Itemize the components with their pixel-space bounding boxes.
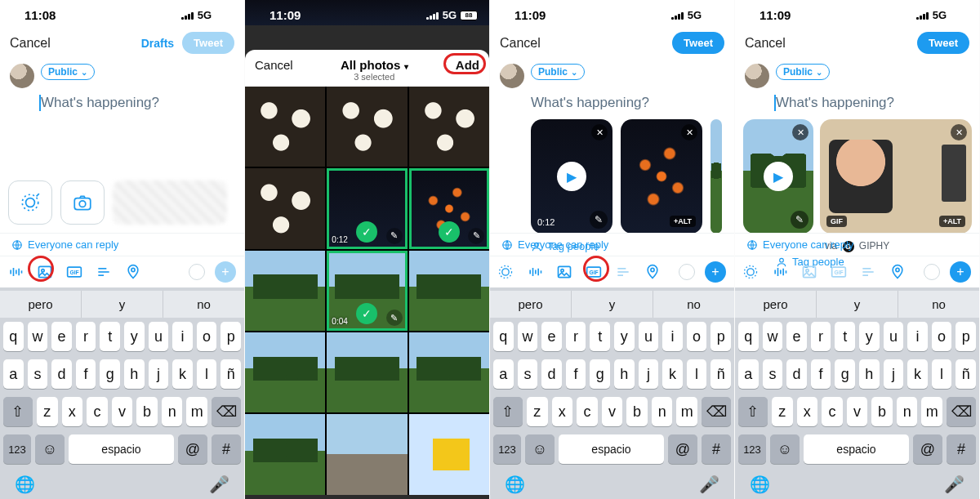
alt-badge[interactable]: +ALT [670,216,696,227]
add-thread-button[interactable]: + [215,261,236,283]
camera-button[interactable] [60,180,105,225]
mic-key[interactable]: 🎤 [209,474,229,494]
reply-settings[interactable]: Everyone can reply [28,238,118,251]
gif-icon[interactable]: GIF [585,263,603,281]
photo-cell[interactable] [245,414,325,494]
photo-cell[interactable] [327,332,407,412]
picker-cancel-button[interactable]: Cancel [255,58,293,72]
globe-key[interactable]: 🌐 [15,474,35,494]
suggestion-2[interactable]: y [82,291,163,318]
location-icon[interactable] [889,263,906,281]
suggestion-1[interactable]: pero [0,291,82,318]
photo-cell[interactable] [327,87,407,167]
numeric-key[interactable]: 123 [3,434,31,464]
poll-icon[interactable] [95,263,113,281]
remove-media-icon[interactable]: ✕ [951,124,967,140]
emoji-key[interactable]: ☺ [35,434,65,464]
key-q[interactable]: q [3,322,24,351]
photo-cell-selected[interactable]: ✓0:04✎ [327,251,407,331]
location-icon[interactable] [124,263,142,281]
hash-key[interactable]: # [212,434,241,464]
space-key[interactable]: espacio [69,434,174,464]
edit-icon[interactable]: ✎ [468,228,484,244]
tweet-button[interactable]: Tweet [917,32,969,54]
shift-key[interactable]: ⇧ [738,397,768,426]
cancel-button[interactable]: Cancel [500,36,541,51]
mic-key[interactable]: 🎤 [699,474,719,494]
avatar[interactable] [10,64,34,88]
emoji-key[interactable]: ☺ [770,434,800,464]
photo-cell[interactable] [409,414,489,494]
remove-media-icon[interactable]: ✕ [792,124,808,140]
add-thread-button[interactable]: + [950,261,971,283]
at-key[interactable]: @ [178,434,207,464]
play-icon[interactable]: ▶ [764,162,793,191]
edit-icon[interactable]: ✎ [386,310,403,326]
cancel-button[interactable]: Cancel [745,36,786,51]
alt-badge[interactable]: +ALT [939,216,965,227]
live-photo-button[interactable] [8,180,52,225]
remove-media-icon[interactable]: ✕ [591,124,608,140]
phone-compose-with-gif: 11:09 5G 88 Cancel Tweet Public⌄ What's … [735,0,980,499]
edit-icon[interactable]: ✎ [590,211,608,229]
photo-cell[interactable] [245,332,325,412]
edit-icon[interactable]: ✎ [386,228,403,244]
media-icon[interactable] [36,263,54,281]
spaces-icon[interactable] [526,263,544,281]
media-icon[interactable] [555,263,573,281]
reply-settings[interactable]: Everyone can reply [763,238,853,251]
mic-key[interactable]: 🎤 [944,474,964,494]
live-icon[interactable] [742,263,760,281]
shift-key[interactable]: ⇧ [493,397,523,426]
backspace-key[interactable]: ⌫ [947,397,976,426]
drafts-button[interactable]: Drafts [141,37,174,50]
media-card-image[interactable]: ✕ +ALT [621,119,702,234]
photo-cell[interactable] [409,251,489,331]
recent-photo-thumbnail[interactable] [113,180,227,225]
media-card-peek[interactable] [710,119,722,234]
media-card-video[interactable]: ✕ ▶ ✎ [743,119,813,234]
live-icon[interactable] [497,263,514,281]
add-thread-button[interactable]: + [705,261,726,283]
compose-placeholder[interactable]: What's happening? [490,88,734,111]
photo-cell[interactable] [245,87,325,167]
photo-cell[interactable] [409,332,489,412]
spaces-icon[interactable] [7,263,24,281]
edit-icon[interactable]: ✎ [791,211,808,229]
remove-media-icon[interactable]: ✕ [681,124,697,140]
compose-placeholder[interactable]: What's happening? [0,88,244,111]
media-card-gif[interactable]: ✕ GIF +ALT [820,119,972,234]
photo-cell[interactable] [245,168,325,248]
globe-key[interactable]: 🌐 [750,474,770,494]
reply-settings[interactable]: Everyone can reply [518,238,608,251]
shift-key[interactable]: ⇧ [3,397,33,426]
keyboard[interactable]: pero y no qwertyuiop asdfghjklñ ⇧ zxcvbn… [0,287,244,499]
picker-title[interactable]: All photos ▾ [293,58,456,72]
media-card-video[interactable]: ✕ ▶ 0:12 ✎ [531,119,612,234]
photo-cell-selected[interactable]: ✓0:12✎ [327,168,407,248]
avatar[interactable] [500,64,524,88]
audience-selector[interactable]: Public⌄ [776,64,830,80]
compose-placeholder[interactable]: What's happening? [735,88,979,111]
photo-cell[interactable] [245,251,325,331]
suggestion-3[interactable]: no [163,291,244,318]
location-icon[interactable] [644,263,662,281]
gif-icon[interactable]: GIF [65,263,83,281]
emoji-key[interactable]: ☺ [525,434,555,464]
audience-selector[interactable]: Public⌄ [531,64,585,80]
play-icon[interactable]: ▶ [557,162,586,191]
avatar[interactable] [745,64,769,88]
tweet-button[interactable]: Tweet [672,32,724,54]
audience-selector[interactable]: Public⌄ [41,64,95,80]
tweet-button[interactable]: Tweet [182,32,234,54]
photo-cell[interactable] [327,414,407,494]
backspace-key[interactable]: ⌫ [702,397,731,426]
photo-cell-selected[interactable]: ✓✎ [409,168,489,248]
backspace-key[interactable]: ⌫ [212,397,241,426]
spaces-icon[interactable] [771,263,789,281]
photo-cell[interactable] [409,87,489,167]
keyboard[interactable]: pero y no qwertyuiop asdfghjklñ ⇧zxcvbnm… [490,287,734,499]
globe-key[interactable]: 🌐 [505,474,525,494]
keyboard[interactable]: pero y no qwertyuiop asdfghjklñ ⇧zxcvbnm… [735,287,979,499]
cancel-button[interactable]: Cancel [10,36,51,51]
